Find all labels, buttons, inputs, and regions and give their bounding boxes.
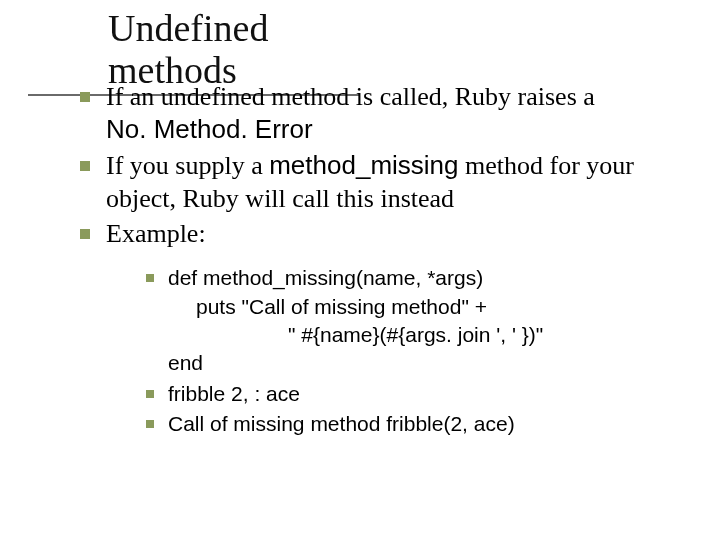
output-line: Call of missing method fribble(2, ace) [168, 412, 515, 435]
code-line: def method_missing(name, *args) [168, 266, 483, 289]
slide: Undefined methods If an undefined method… [0, 0, 720, 540]
slide-title: Undefined methods [108, 7, 268, 91]
bullet-item: If you supply a method_missing method fo… [80, 149, 680, 216]
bullet-text: If an undefined method is called, Ruby r… [106, 82, 595, 111]
code-line: puts "Call of missing method" + [168, 293, 680, 321]
bullet-code: No. Method. Error [106, 114, 313, 144]
bullet-item: If an undefined method is called, Ruby r… [80, 80, 680, 147]
bullet-code: method_missing [269, 150, 458, 180]
bullet-list: If an undefined method is called, Ruby r… [80, 80, 680, 438]
bullet-text: Example: [106, 219, 206, 248]
code-line: " #{name}(#{args. join ', ' })" [168, 321, 680, 349]
code-line: fribble 2, : ace [168, 382, 300, 405]
sub-bullet-item: fribble 2, : ace [146, 380, 680, 408]
code-line: end [168, 351, 203, 374]
bullet-item: Example: def method_missing(name, *args)… [80, 217, 680, 438]
sub-bullet-item: Call of missing method fribble(2, ace) [146, 410, 680, 438]
sub-bullet-item: def method_missing(name, *args) puts "Ca… [146, 264, 680, 377]
body-area: If an undefined method is called, Ruby r… [80, 80, 680, 440]
sub-bullet-list: def method_missing(name, *args) puts "Ca… [146, 264, 680, 438]
bullet-text: If you supply a [106, 151, 269, 180]
